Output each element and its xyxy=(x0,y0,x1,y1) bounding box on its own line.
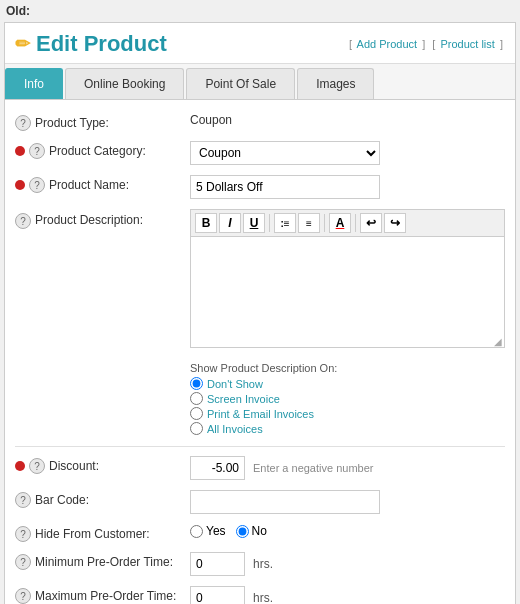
min-preorder-label: Minimum Pre-Order Time: xyxy=(35,555,173,569)
product-category-label-col: ? Product Category: xyxy=(15,141,190,159)
show-description-options: Show Product Description On: Don't Show … xyxy=(190,358,505,437)
required-dot xyxy=(15,180,25,190)
option-all-invoices: All Invoices xyxy=(190,422,505,435)
hide-info-icon[interactable]: ? xyxy=(15,526,31,542)
barcode-input[interactable] xyxy=(190,490,380,514)
discount-label: Discount: xyxy=(49,459,99,473)
screen-invoice-link[interactable]: Screen Invoice xyxy=(207,393,280,405)
tab-images[interactable]: Images xyxy=(297,68,374,99)
description-options: Show Product Description On: Don't Show … xyxy=(190,358,505,435)
hide-no-option: No xyxy=(236,524,267,538)
barcode-field xyxy=(190,490,505,514)
product-type-info-icon[interactable]: ? xyxy=(15,115,31,131)
page-header: ✏ Edit Product [ Add Product ] [ Product… xyxy=(5,23,515,64)
product-list-link[interactable]: Product list xyxy=(440,38,494,50)
max-preorder-info-icon[interactable]: ? xyxy=(15,588,31,604)
tab-info[interactable]: Info xyxy=(5,68,63,99)
toolbar-separator3 xyxy=(355,214,356,232)
hide-from-customer-row: ? Hide From Customer: Yes No xyxy=(15,519,505,547)
product-description-label-col: ? Product Description: xyxy=(15,209,190,229)
min-preorder-input[interactable] xyxy=(190,552,245,576)
font-color-button[interactable]: A xyxy=(329,213,351,233)
product-type-row: ? Product Type: Coupon xyxy=(15,108,505,136)
print-email-link[interactable]: Print & Email Invoices xyxy=(207,408,314,420)
discount-info-icon[interactable]: ? xyxy=(29,458,45,474)
product-category-field: Coupon xyxy=(190,141,505,165)
product-name-info-icon[interactable]: ? xyxy=(29,177,45,193)
tab-point-of-sale[interactable]: Point Of Sale xyxy=(186,68,295,99)
page-title: ✏ Edit Product xyxy=(15,31,167,57)
hide-label-col: ? Hide From Customer: xyxy=(15,524,190,542)
redo-button[interactable]: ↪ xyxy=(384,213,406,233)
italic-button[interactable]: I xyxy=(219,213,241,233)
product-description-label: Product Description: xyxy=(35,213,143,227)
max-preorder-field: hrs. xyxy=(190,586,505,604)
discount-input[interactable] xyxy=(190,456,245,480)
radio-screen-invoice[interactable] xyxy=(190,392,203,405)
pencil-icon: ✏ xyxy=(15,33,30,55)
discount-inline: Enter a negative number xyxy=(190,456,505,480)
divider1 xyxy=(15,446,505,447)
product-type-label-col: ? Product Type: xyxy=(15,113,190,131)
add-product-link[interactable]: Add Product xyxy=(357,38,418,50)
min-preorder-row: ? Minimum Pre-Order Time: hrs. xyxy=(15,547,505,581)
header-links: [ Add Product ] [ Product list ] xyxy=(347,38,505,50)
bold-button[interactable]: B xyxy=(195,213,217,233)
tabs-bar: Info Online Booking Point Of Sale Images xyxy=(5,64,515,100)
show-description-row: Show Product Description On: Don't Show … xyxy=(15,353,505,442)
all-invoices-link[interactable]: All Invoices xyxy=(207,423,263,435)
max-preorder-unit: hrs. xyxy=(253,591,273,604)
product-category-row: ? Product Category: Coupon xyxy=(15,136,505,170)
product-category-select[interactable]: Coupon xyxy=(190,141,380,165)
barcode-info-icon[interactable]: ? xyxy=(15,492,31,508)
underline-button[interactable]: U xyxy=(243,213,265,233)
max-preorder-input[interactable] xyxy=(190,586,245,604)
description-editor: B I U :≡ ≡ A ↩ ↪ ◢ xyxy=(190,209,505,348)
discount-field: Enter a negative number xyxy=(190,456,505,480)
product-name-input[interactable] xyxy=(190,175,380,199)
option-screen-invoice: Screen Invoice xyxy=(190,392,505,405)
product-category-label: Product Category: xyxy=(49,144,146,158)
product-description-row: ? Product Description: B I U :≡ ≡ A xyxy=(15,204,505,353)
option-dont-show: Don't Show xyxy=(190,377,505,390)
editor-toolbar: B I U :≡ ≡ A ↩ ↪ xyxy=(191,210,504,237)
max-preorder-label-col: ? Maximum Pre-Order Time: xyxy=(15,586,190,604)
max-preorder-label: Maximum Pre-Order Time: xyxy=(35,589,176,603)
discount-row: ? Discount: Enter a negative number xyxy=(15,451,505,485)
hide-field: Yes No xyxy=(190,524,505,538)
required-dot xyxy=(15,146,25,156)
unordered-list-button[interactable]: ≡ xyxy=(298,213,320,233)
hide-no-radio[interactable] xyxy=(236,525,249,538)
option-print-email: Print & Email Invoices xyxy=(190,407,505,420)
discount-label-col: ? Discount: xyxy=(15,456,190,474)
undo-button[interactable]: ↩ xyxy=(360,213,382,233)
toolbar-separator2 xyxy=(324,214,325,232)
product-type-value: Coupon xyxy=(190,113,505,127)
product-name-label-col: ? Product Name: xyxy=(15,175,190,193)
min-preorder-unit: hrs. xyxy=(253,557,273,571)
product-description-info-icon[interactable]: ? xyxy=(15,213,31,229)
discount-hint: Enter a negative number xyxy=(253,462,373,474)
dont-show-link[interactable]: Don't Show xyxy=(207,378,263,390)
barcode-label-col: ? Bar Code: xyxy=(15,490,190,508)
radio-print-email[interactable] xyxy=(190,407,203,420)
hide-yes-radio[interactable] xyxy=(190,525,203,538)
old-label: Old: xyxy=(0,0,520,22)
radio-dont-show[interactable] xyxy=(190,377,203,390)
show-description-label-col xyxy=(15,358,190,360)
product-name-row: ? Product Name: xyxy=(15,170,505,204)
product-category-info-icon[interactable]: ? xyxy=(29,143,45,159)
hide-yes-option: Yes xyxy=(190,524,226,538)
options-title: Show Product Description On: xyxy=(190,362,505,374)
min-preorder-label-col: ? Minimum Pre-Order Time: xyxy=(15,552,190,570)
editor-content[interactable]: ◢ xyxy=(191,237,504,347)
tab-online-booking[interactable]: Online Booking xyxy=(65,68,184,99)
radio-all-invoices[interactable] xyxy=(190,422,203,435)
page-title-text: Edit Product xyxy=(36,31,167,57)
toolbar-separator xyxy=(269,214,270,232)
product-type-label: Product Type: xyxy=(35,116,109,130)
min-preorder-info-icon[interactable]: ? xyxy=(15,554,31,570)
resize-handle[interactable]: ◢ xyxy=(494,337,504,347)
ordered-list-button[interactable]: :≡ xyxy=(274,213,296,233)
required-dot xyxy=(15,461,25,471)
